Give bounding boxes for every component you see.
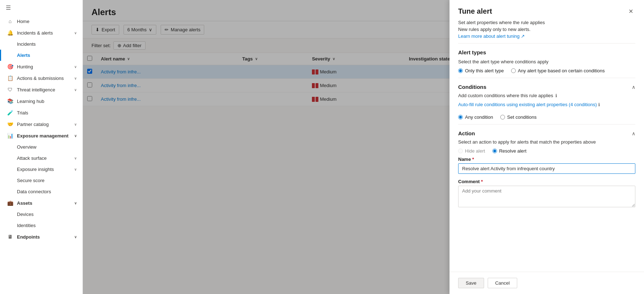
chevron-down-icon: ∨ (74, 88, 77, 92)
hamburger-button[interactable]: ☰ (0, 0, 82, 15)
external-link-icon: ↗ (521, 33, 525, 39)
learn-more-link[interactable]: Learn more about alert tuning ↗ (458, 33, 525, 39)
sidebar-item-data-connectors[interactable]: Data connectors (0, 186, 82, 197)
sidebar-item-alerts[interactable]: Alerts (0, 50, 82, 61)
name-input[interactable] (458, 163, 635, 174)
main-content: Alerts ⬇ Export 6 Months ∨ ✏ Manage aler… (83, 0, 644, 294)
hunting-icon: 🎯 (7, 64, 13, 69)
any-condition-radio[interactable] (458, 115, 463, 119)
alert-types-title: Alert types (458, 49, 635, 55)
panel-header: Tune alert ✕ (450, 0, 644, 20)
incidents-alerts-icon: 🔔 (7, 30, 13, 36)
chevron-down-icon: ∨ (74, 134, 77, 138)
sidebar-item-assets[interactable]: 💼 Assets ∨ (0, 197, 82, 209)
comment-label: Comment * (458, 179, 635, 184)
sidebar-item-attack-surface[interactable]: Attack surface ∨ (0, 153, 82, 164)
any-alert-type-option[interactable]: Any alert type based on certain conditio… (511, 68, 605, 73)
sidebar-item-incidents-alerts[interactable]: 🔔 Incidents & alerts ∨ (0, 27, 82, 39)
comment-textarea[interactable] (458, 186, 635, 207)
name-label: Name * (458, 157, 635, 162)
conditions-header: Conditions ∧ (458, 84, 635, 90)
panel-footer: Save Cancel (450, 272, 644, 294)
save-button[interactable]: Save (458, 278, 484, 288)
hide-alert-radio[interactable] (458, 149, 463, 153)
alert-types-section: Alert types Select the alert type where … (458, 49, 635, 73)
sidebar-item-trials[interactable]: 🧪 Trials (0, 107, 82, 118)
sidebar-item-partner-catalog[interactable]: 🤝 Partner catalog ∨ (0, 118, 82, 130)
sidebar-item-devices[interactable]: Devices (0, 209, 82, 220)
partner-icon: 🤝 (7, 121, 13, 127)
action-desc: Select an action to apply for alerts tha… (458, 139, 635, 145)
divider (458, 124, 635, 125)
panel-title: Tune alert (458, 7, 492, 15)
exposure-mgmt-icon: 📊 (7, 133, 13, 139)
only-this-alert-type-radio[interactable] (458, 68, 463, 73)
name-field-group: Name * (458, 157, 635, 174)
divider (458, 43, 635, 44)
comment-field-group: Comment * (458, 179, 635, 208)
action-header: Action ∧ (458, 130, 635, 136)
tune-alert-panel: Tune alert ✕ Set alert properties where … (450, 0, 644, 294)
chevron-down-icon: ∨ (74, 122, 77, 126)
panel-desc-line2: New rules apply only to new alerts. (458, 27, 635, 32)
chevron-down-icon: ∨ (74, 235, 77, 239)
action-title: Action (458, 130, 475, 136)
autofill-link[interactable]: Auto-fill rule conditions using existing… (458, 102, 600, 107)
sidebar-item-learning-hub[interactable]: 📚 Learning hub (0, 95, 82, 107)
chevron-down-icon: ∨ (74, 167, 77, 171)
set-conditions-option[interactable]: Set conditions (500, 114, 537, 120)
panel-desc-line1: Set alert properties where the rule appl… (458, 20, 635, 25)
chevron-down-icon: ∨ (74, 76, 77, 80)
panel-body: Set alert properties where the rule appl… (450, 20, 644, 272)
chevron-down-icon: ∨ (74, 201, 77, 205)
resolve-alert-radio[interactable] (492, 149, 497, 153)
sidebar-item-secure-score[interactable]: Secure score (0, 175, 82, 186)
actions-icon: 📋 (7, 75, 13, 81)
sidebar-item-endpoints[interactable]: 🖥 Endpoints ∨ (0, 231, 82, 243)
sidebar-item-exposure-management[interactable]: 📊 Exposure management ∨ (0, 130, 82, 141)
trials-icon: 🧪 (7, 110, 13, 116)
required-star: * (472, 157, 474, 162)
sidebar-item-overview[interactable]: Overview (0, 141, 82, 153)
only-this-alert-type-option[interactable]: Only this alert type (458, 68, 504, 73)
resolve-alert-option[interactable]: Resolve alert (492, 148, 527, 154)
panel-close-button[interactable]: ✕ (626, 7, 635, 15)
collapse-icon[interactable]: ∧ (632, 84, 635, 90)
sidebar-item-identities[interactable]: Identities (0, 220, 82, 231)
cancel-button[interactable]: Cancel (488, 278, 517, 288)
alert-type-radio-group: Only this alert type Any alert type base… (458, 68, 635, 73)
divider (458, 78, 635, 78)
autofill-info-icon: ℹ (598, 102, 600, 107)
conditions-subtitle: Add custom conditions where this rule ap… (458, 93, 553, 98)
assets-icon: 💼 (7, 200, 13, 206)
any-alert-type-radio[interactable] (511, 68, 516, 73)
conditions-title: Conditions (458, 84, 486, 90)
sidebar: ☰ ⌂ Home 🔔 Incidents & alerts ∨ Incident… (0, 0, 83, 294)
conditions-radio-group: Any condition Set conditions (458, 114, 635, 120)
required-star: * (481, 179, 483, 184)
conditions-section: Conditions ∧ Add custom conditions where… (458, 84, 635, 120)
sidebar-item-threat-intelligence[interactable]: 🛡 Threat intelligence ∨ (0, 84, 82, 95)
any-condition-option[interactable]: Any condition (458, 114, 493, 120)
threat-icon: 🛡 (7, 87, 13, 92)
home-icon: ⌂ (7, 18, 13, 24)
sidebar-item-exposure-insights[interactable]: Exposure insights ∨ (0, 164, 82, 175)
endpoints-icon: 🖥 (7, 234, 13, 240)
info-icon: ℹ (555, 93, 557, 98)
hide-alert-option[interactable]: Hide alert (458, 148, 485, 154)
chevron-down-icon: ∨ (74, 31, 77, 35)
set-conditions-radio[interactable] (500, 115, 505, 119)
sidebar-item-incidents[interactable]: Incidents (0, 39, 82, 50)
chevron-down-icon: ∨ (74, 156, 77, 160)
sidebar-item-hunting[interactable]: 🎯 Hunting ∨ (0, 61, 82, 72)
chevron-down-icon: ∨ (74, 65, 77, 69)
action-section: Action ∧ Select an action to apply for a… (458, 130, 635, 154)
action-radio-group: Hide alert Resolve alert (458, 148, 635, 154)
learning-icon: 📚 (7, 98, 13, 104)
alert-types-subtitle: Select the alert type where conditions a… (458, 59, 635, 64)
sidebar-item-home[interactable]: ⌂ Home (0, 15, 82, 27)
sidebar-item-actions-submissions[interactable]: 📋 Actions & submissions ∨ (0, 72, 82, 84)
collapse-icon[interactable]: ∧ (632, 131, 635, 136)
